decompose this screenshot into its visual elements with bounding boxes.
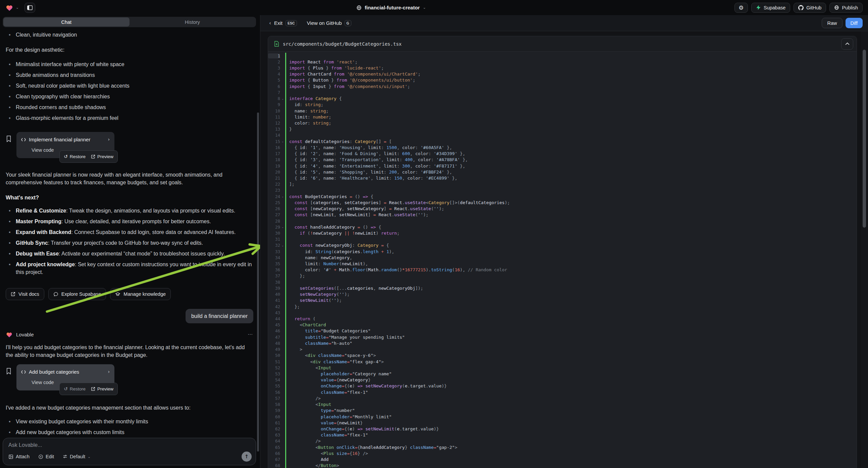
- code-line: 13}: [268, 126, 857, 132]
- line-number: 57: [268, 396, 280, 401]
- code-scrollbar[interactable]: [863, 50, 866, 228]
- code-line: 28: [268, 218, 857, 224]
- attach-button[interactable]: Attach: [8, 454, 30, 459]
- send-button[interactable]: ↑: [242, 451, 252, 462]
- restore-button[interactable]: ↺Restore: [64, 153, 86, 160]
- fold-chevron-icon[interactable]: ⌄: [280, 140, 285, 143]
- preview-button[interactable]: Preview: [91, 153, 114, 160]
- topbar-actions: ⚙ Supabase GitHub Publish: [735, 3, 863, 13]
- external-link-icon: [91, 387, 95, 391]
- line-number: 14: [268, 133, 280, 138]
- chevron-right-icon[interactable]: ›: [108, 136, 110, 143]
- chevron-right-icon[interactable]: ›: [108, 368, 110, 376]
- code-text: { id: '1', name: 'Housing', limit: 1500,…: [285, 144, 452, 150]
- arrow-up-icon: ↑: [245, 454, 249, 460]
- fold-chevron-icon[interactable]: ⌄: [280, 97, 285, 100]
- code-text: Add: [285, 456, 329, 462]
- view-on-github-button[interactable]: View on GitHub G: [307, 20, 351, 26]
- diff-button[interactable]: Diff: [845, 18, 863, 28]
- code-text: value={newCategory}: [285, 377, 371, 383]
- fold-chevron-icon[interactable]: ⌄: [280, 244, 285, 247]
- code-line: 16 { id: '1', name: 'Housing', limit: 15…: [268, 144, 857, 150]
- code-line: 60 placeholder="Monthly limit": [268, 414, 857, 420]
- code-line: 20 { id: '5', name: 'Shopping', limit: 2…: [268, 169, 857, 175]
- toggle-sidebar-button[interactable]: [25, 3, 35, 13]
- code-line: 52 <Input: [268, 364, 857, 371]
- tab-history[interactable]: History: [129, 18, 256, 27]
- code-area: src/components/budget/BudgetCategories.t…: [260, 31, 868, 468]
- code-text: ];: [285, 181, 294, 187]
- collapse-file-button[interactable]: [841, 38, 853, 50]
- line-number: 52: [268, 365, 280, 370]
- code-text: if (!newCategory || !newLimit) return;: [285, 230, 400, 236]
- bookmark-icon[interactable]: [6, 368, 12, 375]
- code-text: color: string;: [285, 120, 331, 126]
- code-text: { id: '5', name: 'Shopping', limit: 200,…: [285, 169, 452, 175]
- code-line: 65 <Button onClick={handleAddCategory} c…: [268, 444, 857, 450]
- code-text: value={newLimit}: [285, 420, 363, 426]
- github-icon: [798, 5, 804, 10]
- explore-supabase-button[interactable]: Explore Supabase: [48, 288, 106, 300]
- fold-chevron-icon[interactable]: ⌄: [280, 225, 285, 229]
- code-text: const defaultCategories: Category[] = [: [285, 138, 392, 144]
- line-number: 17: [268, 151, 280, 156]
- version-card-add-budget-categories[interactable]: Add budget categories › View code ↺Resto…: [17, 364, 115, 390]
- version-card-header: Implement financial planner ›: [21, 136, 110, 143]
- chat-message-list[interactable]: Clean, intuitive navigation For the desi…: [0, 28, 260, 436]
- exit-button[interactable]: ‹ Exit ESC: [269, 20, 297, 26]
- visit-docs-button[interactable]: Visit docs: [6, 288, 44, 300]
- chat-input[interactable]: [8, 442, 250, 451]
- line-number: 60: [268, 414, 280, 419]
- chevron-up-icon: [845, 42, 849, 45]
- fold-chevron-icon[interactable]: ⌄: [280, 195, 285, 198]
- target-icon: [38, 454, 43, 459]
- line-number: 25: [268, 200, 280, 205]
- code-lines[interactable]: 1 2import React from 'react';3import { P…: [268, 52, 857, 468]
- code-line: 43: [268, 310, 857, 316]
- publish-button[interactable]: Publish: [829, 3, 863, 13]
- assistant-text: I'll help you add budget categories to t…: [6, 344, 253, 359]
- code-text: import { Input } from '@/components/ui/i…: [285, 83, 410, 89]
- github-button[interactable]: GitHub: [794, 3, 826, 13]
- lovable-app: ⌄ financial-future-creator ⌄ ⚙ Supabase: [0, 0, 868, 468]
- restore-button[interactable]: ↺Restore: [64, 385, 86, 393]
- list-item: Add new budget categories with custom li…: [6, 429, 253, 436]
- raw-button[interactable]: Raw: [822, 18, 842, 28]
- code-line: 7: [268, 89, 857, 95]
- code-line: 27 const [newLimit, setNewLimit] = React…: [268, 212, 857, 218]
- logo-chevron-down-icon[interactable]: ⌄: [16, 5, 19, 10]
- list-item: Subtle animations and transitions: [6, 71, 253, 79]
- publish-globe-icon: [834, 5, 839, 10]
- code-line: 31: [268, 236, 857, 242]
- line-number: 6: [268, 84, 280, 89]
- project-switcher[interactable]: financial-future-creator ⌄: [356, 0, 426, 15]
- code-line: 35 limit: Number(newLimit),: [268, 261, 857, 267]
- code-text: { id: '6', name: 'Healthcare', limit: 15…: [285, 175, 457, 181]
- bookmark-icon[interactable]: [6, 135, 12, 142]
- chat-scrollbar[interactable]: [257, 113, 259, 451]
- version-card-implement-financial-planner[interactable]: Implement financial planner › View code …: [17, 132, 115, 158]
- version-card-title: Add budget categories: [29, 368, 79, 376]
- code-line: 41 setNewLimit('');: [268, 297, 857, 303]
- line-number: 33: [268, 249, 280, 254]
- edit-mode-button[interactable]: Edit: [38, 454, 54, 459]
- attach-image-icon: [8, 454, 13, 459]
- file-header[interactable]: src/components/budget/BudgetCategories.t…: [268, 36, 857, 52]
- code-line: 26 const [newCategory, setNewCategory] =…: [268, 205, 857, 211]
- model-selector[interactable]: Default ⌄: [63, 454, 91, 459]
- restore-icon: ↺: [64, 153, 68, 160]
- message-menu-icon[interactable]: ⋯: [248, 331, 253, 339]
- version-card-header: Add budget categories ›: [21, 368, 110, 376]
- preview-button[interactable]: Preview: [91, 385, 114, 393]
- tab-chat[interactable]: Chat: [3, 18, 129, 27]
- supabase-button[interactable]: Supabase: [751, 3, 790, 13]
- code-text: const [newLimit, setNewLimit] = React.us…: [285, 212, 429, 218]
- manage-knowledge-button[interactable]: Manage knowledge: [110, 288, 171, 300]
- lovable-logo-icon[interactable]: [5, 4, 13, 12]
- code-line: 5import { Button } from '@/components/ui…: [268, 77, 857, 83]
- code-text: />: [285, 438, 321, 444]
- settings-button[interactable]: ⚙: [735, 3, 748, 13]
- line-number: 56: [268, 390, 280, 395]
- line-number: 40: [268, 292, 280, 297]
- code-text: className="flex-1": [285, 389, 368, 395]
